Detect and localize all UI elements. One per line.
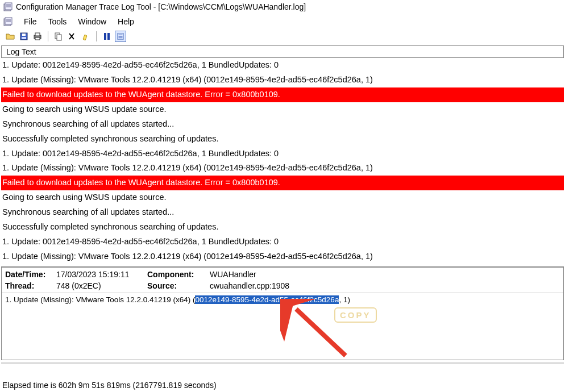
- log-line[interactable]: Successfully completed synchronous searc…: [1, 220, 564, 235]
- log-line[interactable]: 1. Update (Missing): VMware Tools 12.2.0…: [1, 249, 564, 264]
- svg-rect-11: [22, 34, 26, 36]
- titlebar: Configuration Manager Trace Log Tool - […: [0, 0, 565, 14]
- details-text-prefix: 1. Update (Missing): VMware Tools 12.2.0…: [5, 295, 195, 304]
- component-value: WUAHandler: [210, 270, 560, 279]
- details-text-highlight: 0012e149-8595-4e2d-ad55-ec46f2c5d26a: [195, 295, 339, 304]
- svg-rect-19: [107, 33, 110, 40]
- autoscroll-icon[interactable]: [115, 31, 126, 42]
- svg-rect-1: [5, 3, 12, 10]
- component-label: Component:: [147, 270, 210, 279]
- log-line[interactable]: 1. Update: 0012e149-8595-4e2d-ad55-ec46f…: [1, 235, 564, 249]
- svg-rect-12: [22, 37, 26, 39]
- log-line[interactable]: 1. Update: 0012e149-8595-4e2d-ad55-ec46f…: [1, 58, 564, 73]
- log-line[interactable]: Going to search using WSUS update source…: [1, 190, 564, 205]
- app-icon: [3, 2, 13, 11]
- svg-rect-15: [35, 37, 40, 40]
- doc-icon: [3, 17, 13, 26]
- menu-help[interactable]: Help: [112, 16, 140, 27]
- svg-rect-17: [57, 35, 61, 40]
- divider: [1, 362, 564, 364]
- log-line[interactable]: Going to search using WSUS update source…: [1, 102, 564, 117]
- menu-window[interactable]: Window: [72, 16, 112, 27]
- log-line[interactable]: Successfully completed synchronous searc…: [1, 132, 564, 147]
- find-icon[interactable]: [67, 31, 78, 42]
- window-title: Configuration Manager Trace Log Tool - […: [16, 2, 306, 11]
- toolbar-separator-2: [96, 31, 97, 41]
- thread-label: Thread:: [5, 281, 56, 290]
- source-value: cwuahandler.cpp:1908: [210, 281, 560, 290]
- toolbar: [0, 30, 565, 43]
- save-icon[interactable]: [18, 31, 30, 42]
- log-area[interactable]: 1. Update: 0012e149-8595-4e2d-ad55-ec46f…: [1, 58, 564, 264]
- statusbar: Elapsed time is 602h 9m 51s 819ms (21677…: [2, 381, 217, 390]
- log-line[interactable]: Synchronous searching of all updates sta…: [1, 205, 564, 220]
- details-body[interactable]: 1. Update (Missing): VMware Tools 12.2.0…: [2, 293, 563, 360]
- datetime-value: 17/03/2023 15:19:11: [56, 270, 147, 279]
- log-line[interactable]: 1. Update (Missing): VMware Tools 12.2.0…: [1, 161, 564, 176]
- menubar: File Tools Window Help: [0, 14, 565, 30]
- column-header-log-text[interactable]: Log Text: [1, 45, 564, 58]
- svg-rect-6: [5, 18, 12, 24]
- copy-icon[interactable]: [53, 31, 64, 42]
- menu-file[interactable]: File: [18, 16, 43, 27]
- highlight-icon[interactable]: [80, 31, 92, 42]
- svg-rect-14: [35, 33, 40, 36]
- details-header: Date/Time: 17/03/2023 15:19:11 Component…: [2, 268, 563, 293]
- pause-icon[interactable]: [101, 31, 113, 42]
- print-icon[interactable]: [32, 31, 43, 42]
- details-panel: Date/Time: 17/03/2023 15:19:11 Component…: [1, 266, 564, 360]
- datetime-label: Date/Time:: [5, 270, 56, 279]
- log-line-error[interactable]: Failed to download updates to the WUAgen…: [1, 176, 564, 190]
- toolbar-separator: [48, 31, 48, 41]
- log-line[interactable]: 1. Update: 0012e149-8595-4e2d-ad55-ec46f…: [1, 147, 564, 161]
- log-line[interactable]: 1. Update (Missing): VMware Tools 12.2.0…: [1, 73, 564, 87]
- log-line[interactable]: Synchronous searching of all updates sta…: [1, 117, 564, 132]
- source-label: Source:: [147, 281, 210, 290]
- details-text-suffix: , 1): [339, 295, 350, 304]
- svg-rect-18: [104, 33, 106, 40]
- log-line-error[interactable]: Failed to download updates to the WUAgen…: [1, 87, 564, 102]
- copy-watermark: COPY: [334, 307, 377, 323]
- open-icon[interactable]: [5, 31, 16, 42]
- menu-tools[interactable]: Tools: [43, 16, 73, 27]
- thread-value: 748 (0x2EC): [56, 281, 147, 290]
